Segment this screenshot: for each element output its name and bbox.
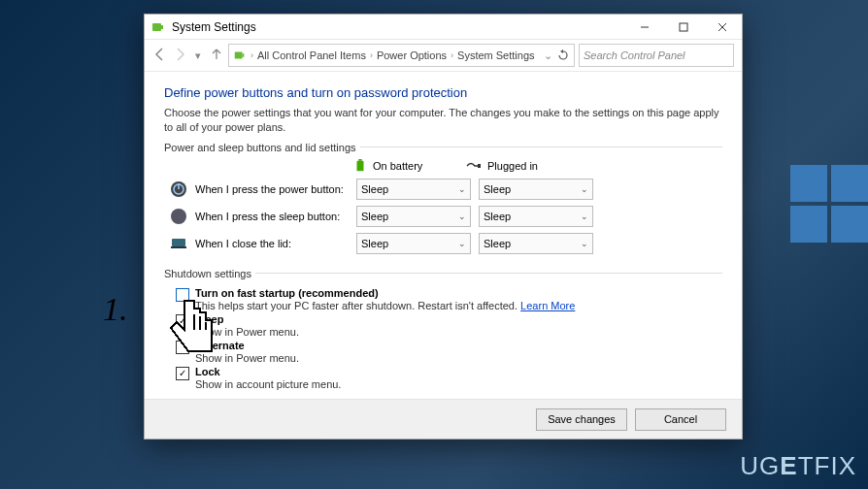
svg-rect-3 bbox=[680, 23, 687, 31]
search-placeholder: Search Control Panel bbox=[584, 49, 685, 61]
cancel-button[interactable]: Cancel bbox=[635, 408, 726, 431]
window-title: System Settings bbox=[172, 20, 625, 34]
footer: Save changes Cancel bbox=[145, 399, 742, 439]
chevron-right-icon: › bbox=[249, 50, 255, 60]
row-label: When I press the power button: bbox=[195, 183, 349, 195]
checkbox-sub: This helps start your PC faster after sh… bbox=[195, 300, 517, 311]
checkbox-label: Turn on fast startup (recommended) bbox=[195, 287, 379, 299]
chevron-down-icon[interactable]: ⌄ bbox=[541, 49, 554, 62]
checkbox-label: Hibernate bbox=[195, 340, 245, 351]
svg-rect-6 bbox=[235, 52, 243, 59]
breadcrumb[interactable]: Power Options bbox=[377, 49, 447, 61]
minimize-button[interactable] bbox=[625, 15, 664, 39]
power-sleep-section: Power and sleep buttons and lid settings… bbox=[164, 142, 722, 260]
sleep-button-row: When I press the sleep button: Sleep⌄ Sl… bbox=[164, 206, 722, 227]
page-heading: Define power buttons and turn on passwor… bbox=[164, 85, 722, 100]
section-label: Shutdown settings bbox=[164, 268, 255, 279]
forward-button[interactable] bbox=[172, 47, 187, 64]
shutdown-section: Shutdown settings Turn on fast startup (… bbox=[164, 268, 722, 391]
plug-icon bbox=[466, 161, 482, 171]
fast-startup-checkbox[interactable] bbox=[176, 288, 189, 302]
learn-more-link[interactable]: Learn More bbox=[520, 300, 575, 311]
chevron-down-icon: ⌄ bbox=[581, 212, 588, 221]
battery-icon bbox=[233, 49, 247, 62]
svg-rect-16 bbox=[171, 246, 186, 248]
svg-rect-8 bbox=[357, 161, 364, 172]
moon-icon bbox=[170, 208, 187, 225]
battery-icon bbox=[150, 19, 166, 35]
power-button-row: When I press the power button: Sleep⌄ Sl… bbox=[164, 179, 722, 200]
svg-rect-9 bbox=[358, 159, 362, 161]
svg-rect-15 bbox=[172, 239, 185, 246]
search-input[interactable]: Search Control Panel bbox=[579, 44, 734, 67]
sleep-checkbox[interactable]: ✓ bbox=[176, 314, 189, 328]
save-button[interactable]: Save changes bbox=[536, 408, 627, 431]
chevron-down-icon: ⌄ bbox=[458, 239, 466, 248]
checkbox-sub: Show in account picture menu. bbox=[195, 378, 341, 390]
power-button-battery-select[interactable]: Sleep⌄ bbox=[356, 179, 471, 200]
checkbox-sub: Show in Power menu. bbox=[195, 352, 299, 364]
hibernate-row: Hibernate Show in Power menu. bbox=[176, 340, 722, 364]
lock-row: ✓ Lock Show in account picture menu. bbox=[176, 366, 722, 390]
breadcrumb[interactable]: All Control Panel Items bbox=[257, 49, 366, 61]
maximize-button[interactable] bbox=[664, 15, 703, 39]
lid-row: When I close the lid: Sleep⌄ Sleep⌄ bbox=[164, 233, 722, 254]
battery-icon bbox=[353, 159, 367, 173]
chevron-down-icon[interactable]: ▾ bbox=[191, 49, 205, 62]
chevron-down-icon: ⌄ bbox=[581, 239, 588, 248]
svg-rect-10 bbox=[478, 164, 481, 168]
hibernate-checkbox[interactable] bbox=[176, 341, 189, 354]
annotation-number: 1. bbox=[103, 291, 128, 328]
desktop-windows-logo bbox=[790, 165, 868, 359]
chevron-down-icon: ⌄ bbox=[581, 184, 588, 194]
up-button[interactable] bbox=[209, 47, 224, 64]
breadcrumb[interactable]: System Settings bbox=[457, 49, 534, 61]
chevron-right-icon: › bbox=[368, 50, 375, 60]
laptop-icon bbox=[170, 235, 187, 252]
checkbox-label: Lock bbox=[195, 366, 220, 377]
row-label: When I close the lid: bbox=[195, 238, 349, 249]
column-header-plugged: Plugged in bbox=[466, 159, 571, 173]
sleep-button-plugged-select[interactable]: Sleep⌄ bbox=[479, 206, 593, 227]
chevron-down-icon: ⌄ bbox=[458, 184, 466, 194]
sleep-row: ✓ Sleep Show in Power menu. bbox=[176, 313, 722, 338]
lid-battery-select[interactable]: Sleep⌄ bbox=[356, 233, 471, 254]
checkbox-label: Sleep bbox=[195, 313, 223, 325]
column-header-battery: On battery bbox=[353, 159, 458, 173]
checkbox-sub: Show in Power menu. bbox=[195, 326, 299, 338]
content-area: Define power buttons and turn on passwor… bbox=[145, 72, 742, 407]
svg-rect-0 bbox=[152, 23, 161, 31]
system-settings-window: System Settings ▾ › All Control Panel It… bbox=[144, 14, 743, 440]
chevron-down-icon: ⌄ bbox=[458, 212, 466, 221]
svg-rect-1 bbox=[161, 25, 163, 29]
row-label: When I press the sleep button: bbox=[195, 211, 349, 222]
power-button-plugged-select[interactable]: Sleep⌄ bbox=[479, 179, 593, 200]
address-bar[interactable]: › All Control Panel Items › Power Option… bbox=[228, 44, 575, 67]
sleep-button-battery-select[interactable]: Sleep⌄ bbox=[356, 206, 471, 227]
back-button[interactable] bbox=[152, 47, 168, 64]
lock-checkbox[interactable]: ✓ bbox=[176, 367, 189, 380]
toolbar: ▾ › All Control Panel Items › Power Opti… bbox=[145, 40, 742, 72]
chevron-right-icon: › bbox=[449, 50, 455, 60]
section-label: Power and sleep buttons and lid settings bbox=[164, 142, 360, 153]
page-description: Choose the power settings that you want … bbox=[164, 106, 722, 136]
titlebar: System Settings bbox=[145, 15, 742, 40]
watermark: UGETFIX bbox=[740, 451, 856, 481]
close-button[interactable] bbox=[703, 15, 742, 39]
refresh-icon[interactable] bbox=[556, 49, 570, 62]
fast-startup-row: Turn on fast startup (recommended) This … bbox=[176, 287, 722, 311]
lid-plugged-select[interactable]: Sleep⌄ bbox=[479, 233, 593, 254]
power-icon bbox=[170, 180, 187, 198]
svg-point-14 bbox=[171, 209, 186, 224]
svg-rect-7 bbox=[243, 53, 245, 57]
